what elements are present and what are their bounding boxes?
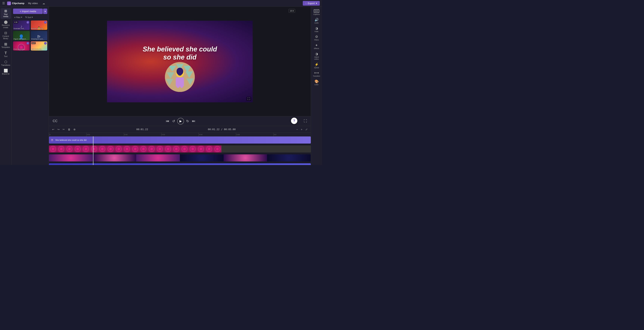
right-tool-color[interactable]: 🎨 Color [312, 79, 322, 87]
import-label: Import media [22, 10, 36, 13]
filter-button[interactable]: ≡ Filter ▾ [13, 15, 23, 19]
triangle-pattern [165, 62, 195, 92]
rewind-5s-button[interactable]: ↺ [172, 118, 176, 124]
video-frame-3 [65, 146, 74, 153]
media-panel-wrap: + Import media ▾ ≡ Filter ▾ ⇅ Sort ▾ [12, 7, 49, 165]
add-to-timeline-button[interactable]: ⊕ [72, 127, 76, 132]
playhead[interactable] [93, 137, 94, 165]
timeline-scroll[interactable]: 0 0:01 0:02 0:03 0:04 0:05 0:0 [49, 133, 311, 165]
media-grid: ♪ 0:30 Dramatic And... ✓ 🧍 Person wearin… [13, 20, 47, 50]
zoom-out-button[interactable]: − [296, 127, 299, 132]
right-tool-captions[interactable]: CC Captions [312, 8, 322, 16]
media-thumb-figure[interactable]: 👤 Figure with giant... [13, 31, 30, 40]
export-button[interactable]: ↑ Export ▾ [303, 1, 320, 5]
timeline-tracks: T She believed she could so she did [49, 137, 311, 165]
track-audio-content[interactable]: ♪ Dramatic And Elegant Motivation 30 Sec [49, 163, 311, 165]
ruler-mark-1: 0:01 [86, 133, 124, 137]
zoom-in-button[interactable]: + [300, 127, 303, 132]
menu-icon[interactable]: ☰ [2, 1, 5, 5]
filters-icon: ⚙ [315, 35, 318, 38]
right-tool-adjust-colors[interactable]: ◑ Adjust colors [312, 51, 322, 61]
thumb-light-label: light leaks tra... [32, 48, 43, 50]
import-media-button[interactable]: + Import media [13, 8, 43, 14]
thumb-figure-label: Figure with giant... [14, 38, 28, 40]
media-thumb-person[interactable]: 🧍 Person wearing ... ✓ [31, 20, 48, 30]
left-sidebar: ⊞ Your media ⬤ Record &create ⊟ Content … [0, 7, 12, 165]
sidebar-item-transitions[interactable]: ⬡ Transitions [0, 59, 11, 67]
app-name: Clipchamp [12, 2, 24, 5]
media-thumb-light-leaks[interactable]: 0:07 light leaks tra... ✓ [31, 41, 48, 51]
sort-label: Sort [28, 16, 31, 18]
timeline-ruler: 0 0:01 0:02 0:03 0:04 0:05 0:0 [49, 133, 311, 137]
sidebar-item-content-library[interactable]: ⊟ Content library [0, 30, 11, 41]
redo-button[interactable]: ↪ [56, 127, 60, 132]
video-frame-18 [189, 146, 197, 153]
captions-toggle-button[interactable]: CC [52, 118, 58, 124]
fullscreen-button[interactable]: ⛶ [246, 97, 251, 101]
right-tool-filters[interactable]: ⚙ Filters [312, 34, 322, 42]
ruler-mark-0: 0 [49, 133, 86, 137]
media-thumb-dramatic[interactable]: ♪ 0:30 Dramatic And... ✓ [13, 20, 30, 30]
track-light-content[interactable] [49, 154, 311, 162]
media-thumb-drawing[interactable]: 🏳 Drawing of pers... [31, 31, 48, 40]
sidebar-item-your-media[interactable]: ⊞ Your media [0, 8, 11, 19]
your-media-label: Your media [1, 13, 10, 18]
light-seg-3 [136, 154, 180, 162]
export-label: Export [308, 2, 315, 5]
sidebar-item-record-create[interactable]: ⬤ Record &create [0, 19, 11, 30]
sidebar-item-text[interactable]: T Text [0, 50, 11, 59]
video-frame-15 [164, 146, 172, 153]
adjust-colors-label: Adjust colors [312, 56, 321, 60]
video-frame-9 [115, 146, 123, 153]
aspect-ratio-wrap: 16:9 [288, 8, 296, 13]
play-pause-button[interactable]: ▶ [177, 118, 184, 125]
audio-label: Audio [314, 22, 319, 24]
skip-forward-button[interactable]: ⏭ [191, 118, 196, 124]
import-button-wrap: + Import media ▾ [13, 8, 47, 14]
thumb-light-duration: 0:07 [32, 42, 36, 44]
cut-button[interactable]: ✂ [62, 127, 66, 132]
video-character [165, 62, 195, 96]
right-tool-fade[interactable]: ◑ Fade [312, 25, 322, 34]
right-tool-transition[interactable]: ⟷ Transition [312, 70, 322, 78]
undo-button[interactable]: ↩ [51, 127, 55, 132]
timeline-tools: ↩ ↪ ✂ 🗑 ⊕ [51, 127, 76, 132]
media-thumb-pink-avatar[interactable]: Pink top avatar ✓ [13, 41, 30, 51]
forward-5s-button[interactable]: ↻ [186, 118, 190, 124]
right-tool-audio[interactable]: 🔊 Audio [312, 17, 322, 25]
sidebar-item-templates[interactable]: ▦ Templates [0, 41, 11, 50]
right-tool-speed[interactable]: ⚡ Speed [312, 62, 322, 70]
sort-button[interactable]: ⇅ Sort ▾ [24, 15, 34, 19]
ruler-mark-6: 0:0 [274, 133, 311, 137]
video-frame-4 [74, 146, 82, 153]
expand-preview-button[interactable]: ⛶ [303, 118, 308, 124]
video-title-button[interactable]: My video [26, 1, 39, 5]
svg-point-9 [176, 68, 183, 75]
help-button[interactable]: ? [291, 118, 297, 124]
thumb-dramatic-duration: 0:30 [14, 21, 18, 23]
video-frame-8 [106, 146, 115, 153]
aspect-ratio-button[interactable]: 16:9 [288, 9, 295, 13]
fit-timeline-button[interactable]: ⤢ [304, 127, 308, 132]
media-panel: + Import media ▾ ≡ Filter ▾ ⇅ Sort ▾ [12, 7, 49, 165]
delete-button[interactable]: 🗑 [67, 127, 71, 132]
sidebar-item-brand-kit[interactable]: ⬜ Brand kit [0, 68, 11, 76]
preview-video: She believed she could so she did [49, 7, 311, 116]
right-tool-effects[interactable]: ✦ Effects [312, 42, 322, 51]
sort-icon: ⇅ [25, 16, 27, 18]
app-logo: Clipchamp [7, 1, 24, 5]
record-create-icon: ⬤ [4, 20, 8, 24]
track-text-content[interactable]: T She believed she could so she did [49, 137, 311, 144]
thumb-dramatic-label: Dramatic And... [14, 28, 25, 29]
skip-back-button[interactable]: ⏮ [165, 118, 170, 124]
brand-kit-icon: ⬜ [4, 69, 8, 72]
captions-label: Captions [313, 13, 320, 15]
center-column: 16:9 She believed she could so she did [49, 7, 311, 165]
timeline-zoom: − + ⤢ [296, 127, 308, 132]
topbar: ☰ Clipchamp My video ☁ ↑ Export ▾ [0, 0, 322, 7]
content-library-label: Content library [1, 35, 10, 40]
svg-rect-10 [176, 77, 184, 87]
transitions-icon: ⬡ [4, 60, 7, 64]
track-video-content[interactable] [49, 146, 311, 153]
import-dropdown-button[interactable]: ▾ [43, 8, 47, 14]
